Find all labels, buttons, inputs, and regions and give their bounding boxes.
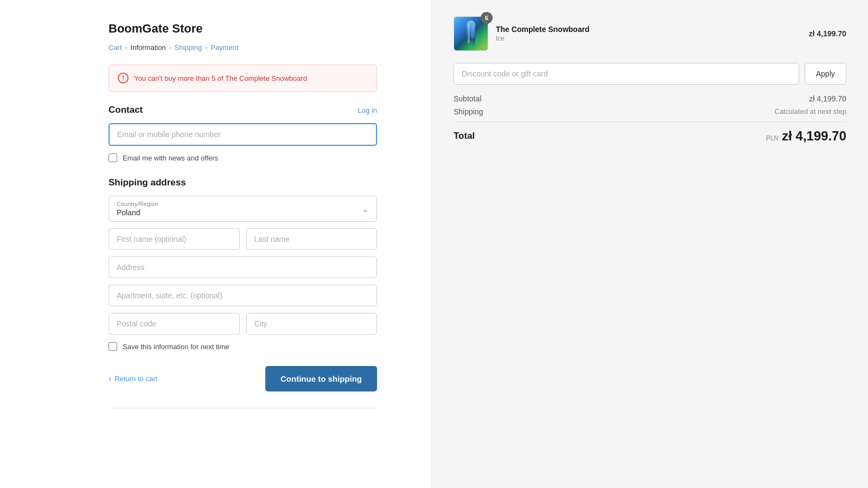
city-field[interactable] [246, 313, 378, 335]
left-panel: BoomGate Store Cart › Information › Ship… [0, 0, 431, 488]
apartment-field[interactable] [108, 285, 377, 306]
breadcrumb-sep-3: › [205, 44, 207, 52]
contact-title: Contact [108, 105, 143, 115]
snowboard-svg [456, 18, 486, 49]
product-name: The Complete Snowboard [496, 25, 801, 34]
subtotal-value: zł 4,199.70 [809, 94, 847, 103]
shipping-line: Shipping Calculated at next step [454, 107, 846, 116]
address-row [108, 256, 377, 278]
breadcrumb-payment[interactable]: Payment [210, 43, 238, 52]
total-line: Total PLN zł 4,199.70 [454, 121, 846, 144]
product-row: 6 The Complete Snowboard Ice zł 4,199.70 [454, 16, 846, 51]
apply-button[interactable]: Apply [805, 63, 846, 85]
total-currency: PLN [766, 134, 778, 142]
return-label: Return to cart [114, 375, 157, 383]
continue-to-shipping-button[interactable]: Continue to shipping [265, 366, 377, 391]
shipping-title: Shipping address [108, 177, 377, 188]
total-label: Total [454, 131, 475, 142]
subtotal-line: Subtotal zł 4,199.70 [454, 94, 846, 103]
total-right: PLN zł 4,199.70 [766, 129, 846, 144]
country-select[interactable]: Poland Germany France [109, 207, 376, 221]
product-info: The Complete Snowboard Ice [496, 25, 801, 42]
discount-input[interactable] [454, 63, 799, 85]
postal-code-field[interactable] [108, 313, 240, 335]
error-icon: ! [118, 73, 129, 84]
shipping-value: Calculated at next step [775, 107, 846, 116]
contact-header: Contact Log in [108, 105, 377, 115]
newsletter-row: Email me with news and offers [108, 153, 377, 162]
product-image-wrapper: 6 [454, 16, 488, 51]
product-price: zł 4,199.70 [809, 29, 846, 38]
save-info-label: Save this information for next time [123, 343, 229, 351]
save-info-row: Save this information for next time [108, 342, 377, 351]
name-row [108, 228, 377, 250]
action-row: ‹ Return to cart Continue to shipping [108, 366, 377, 391]
total-amount: zł 4,199.70 [782, 129, 846, 144]
save-info-checkbox[interactable] [108, 342, 117, 351]
product-quantity-badge: 6 [481, 12, 493, 24]
return-to-cart-link[interactable]: ‹ Return to cart [108, 374, 157, 384]
breadcrumb: Cart › Information › Shipping › Payment [108, 43, 377, 52]
country-label: Country/Region [109, 196, 376, 207]
breadcrumb-sep-2: › [169, 44, 171, 52]
address-field[interactable] [108, 256, 377, 278]
subtotal-label: Subtotal [454, 94, 481, 103]
first-name-field[interactable] [108, 228, 240, 250]
newsletter-label: Email me with news and offers [123, 154, 218, 162]
shipping-label: Shipping [454, 107, 483, 116]
store-name: BoomGate Store [108, 22, 377, 36]
breadcrumb-cart[interactable]: Cart [108, 43, 122, 52]
newsletter-checkbox[interactable] [108, 153, 117, 162]
email-field[interactable] [108, 123, 377, 146]
bottom-divider [108, 408, 377, 408]
country-select-wrapper[interactable]: Country/Region Poland Germany France ⌄ [108, 196, 377, 222]
product-variant: Ice [496, 35, 801, 42]
last-name-field[interactable] [246, 228, 378, 250]
log-in-link[interactable]: Log in [358, 106, 377, 114]
right-panel: 6 The Complete Snowboard Ice zł 4,199.70… [431, 0, 868, 488]
discount-row: Apply [454, 63, 846, 85]
breadcrumb-information[interactable]: Information [131, 43, 166, 52]
svg-rect-2 [471, 26, 474, 39]
svg-rect-1 [468, 24, 470, 43]
postal-city-row [108, 313, 377, 335]
chevron-left-icon: ‹ [108, 374, 111, 384]
shipping-address-section: Shipping address Country/Region Poland G… [108, 177, 377, 351]
error-banner: ! You can't buy more than 5 of The Compl… [108, 65, 377, 92]
breadcrumb-shipping[interactable]: Shipping [175, 43, 202, 52]
error-message: You can't buy more than 5 of The Complet… [134, 74, 307, 82]
breadcrumb-sep-1: › [125, 44, 127, 52]
apartment-row [108, 285, 377, 306]
